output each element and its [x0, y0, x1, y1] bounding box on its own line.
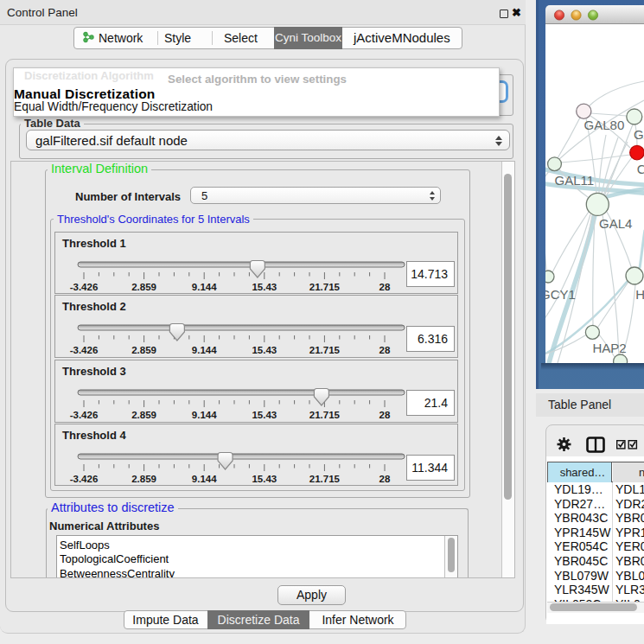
- svg-text:GAL4: GAL4: [599, 216, 632, 231]
- svg-text:21.715: 21.715: [309, 345, 341, 355]
- svg-text:GCY1: GCY1: [545, 287, 576, 302]
- svg-text:15.43: 15.43: [252, 474, 277, 484]
- svg-text:GAL80: GAL80: [584, 118, 625, 132]
- svg-text:2.859: 2.859: [131, 282, 156, 292]
- svg-text:GAL4: GAL4: [634, 127, 644, 142]
- svg-text:-3.426: -3.426: [70, 345, 99, 355]
- svg-text:28: 28: [379, 282, 391, 292]
- svg-text:-3.426: -3.426: [70, 410, 99, 420]
- svg-text:2.859: 2.859: [131, 410, 156, 420]
- svg-text:-3.426: -3.426: [70, 282, 99, 292]
- svg-text:9.144: 9.144: [192, 474, 217, 484]
- svg-text:15.43: 15.43: [252, 345, 277, 355]
- svg-text:-3.426: -3.426: [70, 474, 99, 484]
- svg-text:21.715: 21.715: [309, 474, 341, 484]
- svg-text:28: 28: [379, 345, 391, 355]
- svg-text:HAP2: HAP2: [592, 341, 626, 355]
- svg-text:2.859: 2.859: [131, 345, 156, 355]
- svg-text:21.715: 21.715: [309, 282, 341, 292]
- svg-text:GAL11: GAL11: [555, 173, 595, 188]
- svg-text:9.144: 9.144: [192, 410, 217, 420]
- svg-text:15.43: 15.43: [252, 282, 277, 292]
- svg-text:28: 28: [379, 474, 391, 484]
- svg-text:9.144: 9.144: [192, 282, 217, 292]
- svg-text:28: 28: [379, 410, 391, 420]
- svg-text:CYC: CYC: [637, 162, 644, 176]
- svg-text:HIS: HIS: [635, 287, 644, 302]
- svg-text:2.859: 2.859: [131, 474, 156, 484]
- svg-text:15.43: 15.43: [252, 410, 277, 420]
- svg-text:9.144: 9.144: [192, 345, 217, 355]
- svg-text:21.715: 21.715: [309, 410, 341, 420]
